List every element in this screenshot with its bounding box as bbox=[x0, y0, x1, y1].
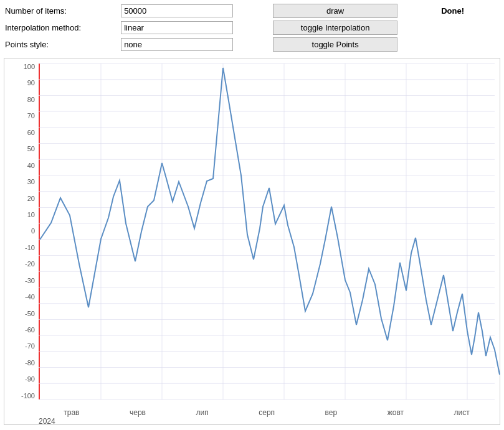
chart-line bbox=[40, 68, 500, 375]
y-label: -50 bbox=[7, 311, 35, 317]
y-label: 70 bbox=[7, 113, 35, 119]
y-label: -30 bbox=[7, 278, 35, 284]
y-label: 20 bbox=[7, 195, 35, 202]
y-label: -40 bbox=[7, 294, 35, 301]
y-label: 10 bbox=[7, 212, 35, 218]
chart-container: 100 90 80 70 60 50 40 30 20 10 0 -10 -20… bbox=[4, 58, 500, 425]
y-label: -60 bbox=[7, 327, 35, 334]
y-label: -90 bbox=[7, 376, 35, 383]
chart-area: 100 90 80 70 60 50 40 30 20 10 0 -10 -20… bbox=[39, 63, 495, 400]
points-label: Points style: bbox=[5, 40, 116, 49]
x-label-serp: серп bbox=[259, 408, 275, 417]
y-label: 100 bbox=[7, 63, 35, 70]
y-label: -80 bbox=[7, 360, 35, 367]
x-label-cherv: черв bbox=[130, 408, 146, 417]
y-label: -20 bbox=[7, 261, 35, 268]
num-items-label: Number of items: bbox=[5, 6, 116, 16]
y-axis: 100 90 80 70 60 50 40 30 20 10 0 -10 -20… bbox=[7, 63, 35, 400]
x-label-zhovt: жовт bbox=[388, 408, 404, 417]
controls-panel: Number of items: draw Done! Interpolatio… bbox=[0, 0, 504, 55]
y-label: -100 bbox=[7, 393, 35, 400]
y-label: 80 bbox=[7, 96, 35, 103]
x-label-lyst: лист bbox=[454, 408, 470, 417]
toggle-points-button[interactable]: toggle Points bbox=[273, 37, 397, 52]
interpolation-label: Interpolation method: bbox=[5, 23, 116, 32]
line-chart bbox=[39, 63, 495, 400]
y-label: 40 bbox=[7, 162, 35, 169]
y-label: 60 bbox=[7, 129, 35, 136]
points-input[interactable] bbox=[121, 38, 233, 51]
y-label: 0 bbox=[7, 228, 35, 235]
y-label: -10 bbox=[7, 245, 35, 251]
interpolation-input[interactable] bbox=[121, 21, 233, 34]
y-label: -70 bbox=[7, 343, 35, 350]
x-axis: трав черв лип серп вер жовт лист bbox=[39, 408, 495, 417]
y-label: 30 bbox=[7, 179, 35, 185]
done-label: Done! bbox=[437, 6, 499, 16]
toggle-interpolation-button[interactable]: toggle Interpolation bbox=[273, 21, 397, 35]
x-label-lyp: лип bbox=[196, 408, 208, 417]
year-label: 2024 bbox=[39, 417, 55, 426]
draw-button[interactable]: draw bbox=[273, 4, 397, 18]
y-label: 90 bbox=[7, 80, 35, 86]
x-label-trav: трав bbox=[64, 408, 79, 417]
y-label: 50 bbox=[7, 146, 35, 152]
num-items-input[interactable] bbox=[121, 4, 233, 17]
x-label-ver: вер bbox=[325, 408, 338, 417]
